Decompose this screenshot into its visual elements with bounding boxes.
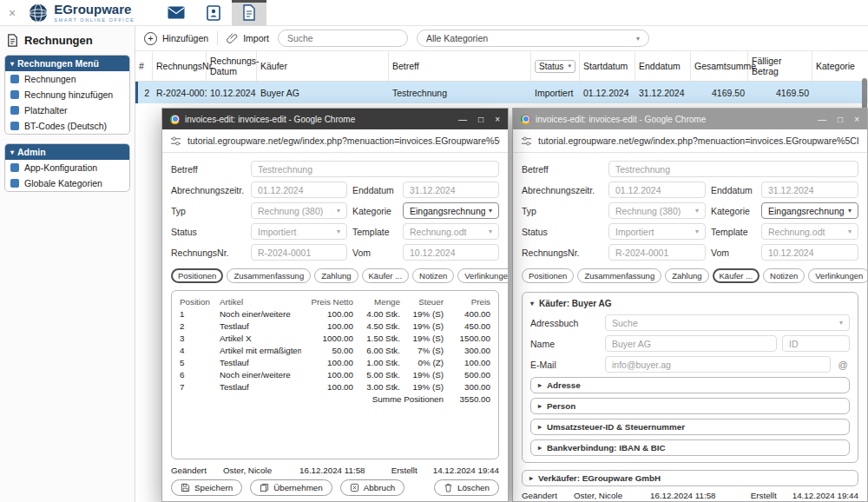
tab-verlinkungen[interactable]: Verlinkungen	[808, 268, 867, 283]
status-select[interactable]: Importiert▾	[251, 223, 347, 240]
import-button[interactable]: Import	[227, 32, 269, 44]
rechnungsnr-input[interactable]: R-2024-0001	[251, 244, 347, 261]
template-select[interactable]: Rechnung.odt▾	[761, 223, 858, 240]
save-button[interactable]: Speichern	[171, 479, 242, 496]
section-adresse[interactable]: ▸ Adresse	[530, 377, 850, 393]
position-cell: Testlauf	[220, 358, 301, 367]
cancel-button[interactable]: Abbruch	[340, 479, 405, 496]
startdatum-input[interactable]: 01.12.2024	[608, 182, 706, 198]
tab-positionen[interactable]: Positionen	[171, 268, 223, 283]
typ-select[interactable]: Rechnung (380)▾	[608, 202, 706, 219]
buyer-name-input[interactable]: Buyer AG	[605, 335, 777, 352]
invoice-row[interactable]: 2 R-2024-0001 10.12.2024 Buyer AG Testre…	[135, 82, 868, 103]
sidebar-item-globale-kategorien[interactable]: Globale Kategorien	[5, 175, 129, 191]
edit-form: Betreff Testrechnung Abrechnungszeitr. 0…	[513, 153, 867, 501]
column-header-startdatum[interactable]: Startdatum	[580, 51, 635, 81]
search-input[interactable]	[278, 30, 408, 47]
minimize-button[interactable]: —	[818, 115, 826, 124]
column-header-number[interactable]: #	[135, 51, 153, 81]
vom-label: Vom	[352, 248, 398, 258]
app-addressbook-icon[interactable]	[195, 0, 232, 26]
tab-kaeufer[interactable]: Käufer ...	[362, 268, 410, 283]
app-mail-icon[interactable]	[157, 0, 195, 26]
sidebar-section-rechnungen-menu[interactable]: ▾ Rechnungen Menü	[5, 56, 129, 71]
section-label: Bankverbindung: IBAN & BIC	[547, 443, 666, 452]
url-bar[interactable]: tutorial.egroupware.net/egw/index.php?me…	[162, 129, 508, 153]
column-header-kategorie[interactable]: Kategorie	[812, 51, 868, 81]
adressbuch-select[interactable]: Suche▾	[605, 314, 850, 331]
sidebar-section-admin[interactable]: ▾ Admin	[5, 144, 129, 160]
startdatum-input[interactable]: 01.12.2024	[251, 182, 347, 198]
enddatum-input[interactable]: 31.12.2024	[761, 182, 858, 198]
tab-zahlung[interactable]: Zahlung	[665, 268, 708, 283]
tab-notizen[interactable]: Notizen	[412, 268, 454, 283]
tab-zusammenfassung[interactable]: Zusammenfassung	[577, 268, 661, 283]
add-button-label: Hinzufügen	[162, 33, 208, 43]
template-select[interactable]: Rechnung.odt▾	[403, 223, 499, 240]
window-titlebar[interactable]: invoices-edit: invoices-edit - Google Ch…	[162, 109, 508, 129]
egroupware-logo[interactable]: EGroupware SMART ONLINE OFFICE	[28, 3, 135, 23]
close-button[interactable]: ×	[495, 115, 500, 124]
column-header-betreff[interactable]: Betreff	[389, 51, 531, 81]
enddatum-input[interactable]: 31.12.2024	[403, 182, 499, 198]
betreff-input[interactable]: Testrechnung	[608, 161, 858, 177]
add-invoice-button[interactable]: + Hinzufügen	[144, 32, 208, 45]
maximize-button[interactable]: □	[478, 115, 483, 124]
column-header-rechnungsnr[interactable]: RechnungsNr.	[153, 51, 207, 81]
tab-kaeufer[interactable]: Käufer ...	[713, 268, 760, 283]
status-select[interactable]: Importiert▾	[608, 223, 706, 240]
logo-title: EGroupware	[54, 3, 135, 16]
sidebar-item-bt-codes[interactable]: BT-Codes (Deutsch)	[5, 118, 129, 134]
tab-zahlung[interactable]: Zahlung	[314, 268, 358, 283]
sidebar-item-platzhalter[interactable]: Platzhalter	[5, 102, 129, 118]
vom-input[interactable]: 10.12.2024	[403, 244, 499, 261]
site-info-icon[interactable]	[521, 135, 532, 147]
position-cell: 3.00 Stk.	[357, 382, 400, 392]
delete-button[interactable]: Löschen	[434, 479, 499, 496]
close-button[interactable]: ×	[854, 115, 859, 124]
topbar: × EGroupware SMART ONLINE OFFICE	[0, 0, 868, 26]
site-info-icon[interactable]	[170, 135, 181, 147]
betreff-input[interactable]: Testrechnung	[251, 161, 499, 177]
kategorie-select[interactable]: Eingangsrechnung▾	[761, 202, 858, 219]
section-label: Person	[547, 401, 575, 411]
buyer-id-input[interactable]: ID	[782, 335, 850, 352]
kategorie-select[interactable]: Eingangsrechnung▾	[403, 202, 499, 219]
tab-verlinkungen[interactable]: Verlinkungen	[457, 268, 508, 283]
tab-positionen[interactable]: Positionen	[522, 268, 574, 283]
window-titlebar[interactable]: invoices-edit: invoices-edit - Google Ch…	[513, 109, 867, 129]
positions-table: Position Artikel Preis Netto Menge Steue…	[180, 297, 490, 404]
save-label: Speichern	[194, 483, 233, 492]
section-person[interactable]: ▸ Person	[530, 398, 850, 414]
vom-input[interactable]: 10.12.2024	[761, 244, 858, 261]
apply-button[interactable]: Übernehmen	[250, 479, 332, 496]
sidebar-item-app-konfiguration[interactable]: App-Konfiguration	[5, 160, 129, 175]
cell-number: 2	[135, 88, 153, 98]
tab-zusammenfassung[interactable]: Zusammenfassung	[227, 268, 311, 283]
app-invoices-icon[interactable]	[232, 0, 266, 26]
cell-enddatum: 31.12.2024	[635, 88, 691, 98]
status-filter-select[interactable]: Status ▾	[535, 60, 575, 73]
close-sidebar-icon[interactable]: ×	[9, 6, 16, 20]
column-header-rechnungsdatum[interactable]: Rechnungs-Datum	[207, 51, 257, 81]
column-header-faelliger-betrag[interactable]: Fälliger Betrag	[748, 51, 812, 81]
column-header-gesamtsumme[interactable]: Gesamtsumme	[691, 51, 748, 81]
sidebar-item-rechnungen[interactable]: Rechnungen	[5, 71, 129, 87]
section-umsatzsteuer[interactable]: ▸ Umsatzsteuer-ID & Steuernummer	[530, 419, 850, 435]
chevron-right-icon: ▸	[538, 423, 542, 431]
url-bar[interactable]: tutorial.egroupware.net/egw/index.php?me…	[513, 129, 867, 153]
column-header-enddatum[interactable]: Enddatum	[635, 51, 691, 81]
buyer-email-input[interactable]: info@buyer.ag	[605, 356, 831, 373]
buyer-section-header[interactable]: ▾ Käufer: Buyer AG	[530, 299, 850, 308]
maximize-button[interactable]: □	[838, 115, 843, 124]
category-filter-select[interactable]: Alle Kategorien ▾	[417, 30, 649, 47]
minimize-button[interactable]: —	[458, 115, 467, 124]
section-bankverbindung[interactable]: ▸ Bankverbindung: IBAN & BIC	[530, 439, 850, 456]
rechnungsnr-input[interactable]: R-2024-0001	[608, 244, 706, 261]
rechnungsnr-label: RechnungsNr.	[522, 248, 603, 258]
column-header-kaeufer[interactable]: Käufer	[257, 51, 389, 81]
section-verkaeufer[interactable]: ▸ Verkäufer: EGroupware GmbH	[522, 470, 858, 486]
typ-select[interactable]: Rechnung (380)▾	[251, 202, 347, 219]
sidebar-item-rechnung-hinzufuegen[interactable]: Rechnung hinzufügen	[5, 87, 129, 102]
tab-notizen[interactable]: Notizen	[763, 268, 805, 283]
